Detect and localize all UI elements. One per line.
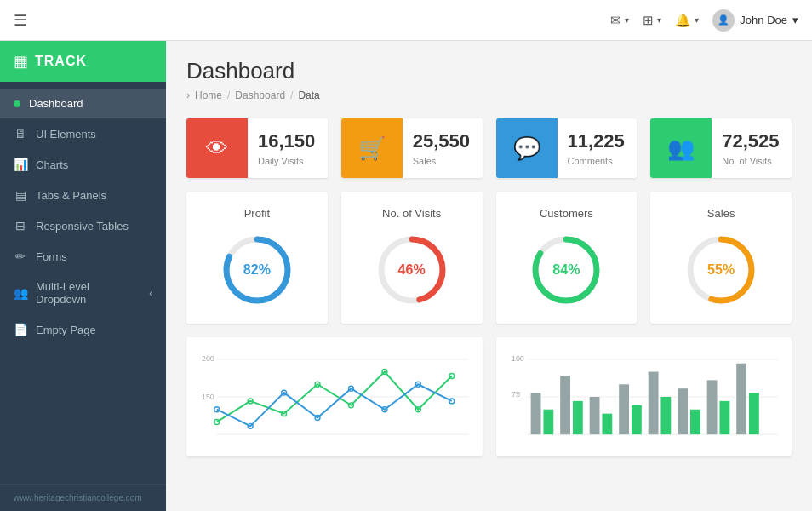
breadcrumb-chevron: › [186,89,190,101]
active-indicator [14,100,20,107]
sidebar-label-tabs: Tabs & Panels [36,189,152,202]
bell-button[interactable]: 🔔 ▾ [675,13,699,28]
top-nav: ☰ ✉ ▾ ⊞ ▾ 🔔 ▾ 👤 John Doe ▾ [0,0,812,41]
sidebar-item-responsive-tables[interactable]: ⊟ Responsive Tables [0,210,166,241]
stat-cards-row: 👁 16,150 Daily Visits 🛒 25,550 Sales 💬 1… [186,118,792,178]
top-nav-right: ✉ ▾ ⊞ ▾ 🔔 ▾ 👤 John Doe ▾ [610,9,798,32]
breadcrumb-data: Data [298,89,319,101]
donut-title-profit: Profit [244,207,270,220]
bell-caret: ▾ [695,15,699,25]
donut-percent-no-of-visits: 46% [398,262,426,278]
svg-text:200: 200 [202,354,214,363]
line-chart-svg: 200 150 [200,351,469,443]
tabs-icon: ▤ [14,188,27,202]
sidebar-label-forms: Forms [36,250,152,263]
sidebar-item-tabs-panels[interactable]: ▤ Tabs & Panels [0,180,166,210]
sidebar-item-ui-elements[interactable]: 🖥 UI Elements [0,118,166,149]
stat-label-comments: Comments [568,156,627,166]
donut-title-sales: Sales [707,207,735,220]
sidebar-label-dashboard: Dashboard [29,97,152,110]
donut-wrapper-no-of-visits: 46% [374,232,450,308]
bar-chart-svg: 100 75 [510,351,779,443]
donut-wrapper-sales: 55% [683,232,759,308]
donut-wrapper-profit: 82% [219,232,295,308]
mail-button[interactable]: ✉ ▾ [610,13,629,28]
user-name: John Doe [740,14,787,26]
sidebar-item-dashboard[interactable]: Dashboard [0,89,166,118]
mail-icon: ✉ [610,13,621,28]
donut-cards-row: Profit 82% No. of Visits 46% Customers [186,192,792,324]
bell-icon: 🔔 [675,13,691,28]
donut-card-customers: Customers 84% [496,192,638,324]
sidebar-item-multi-level-dropdown[interactable]: 👥 Multi-Level Dropdown ‹ [0,272,166,314]
svg-rect-48 [736,364,746,434]
stat-info-daily-visits: 16,150 Daily Visits [248,118,328,178]
stat-icon-no-of-visits: 👥 [650,118,712,178]
sidebar-item-forms[interactable]: ✏ Forms [0,241,166,272]
breadcrumb-home[interactable]: Home [195,89,222,101]
svg-text:150: 150 [202,393,214,401]
svg-rect-41 [631,405,641,434]
stat-card-sales: 🛒 25,550 Sales [341,118,483,178]
svg-rect-46 [706,380,717,434]
svg-rect-43 [660,397,671,434]
monitor-icon: 🖥 [14,127,27,141]
grid-caret: ▾ [657,15,661,25]
donut-wrapper-customers: 84% [528,232,604,308]
stat-label-no-of-visits: No. of Visits [722,156,781,166]
svg-text:75: 75 [511,390,519,399]
dropdown-icon: 👥 [14,286,27,300]
main-layout: ▦ TRACK Dashboard 🖥 UI Elements 📊 Charts… [0,41,812,511]
svg-rect-47 [719,401,729,434]
sidebar-label-dropdown: Multi-Level Dropdown [36,280,140,306]
stat-number-sales: 25,550 [413,130,472,152]
stat-label-daily-visits: Daily Visits [258,156,317,166]
sidebar-label-empty-page: Empty Page [36,324,152,336]
sidebar-label-ui-elements: UI Elements [36,128,152,141]
svg-rect-44 [678,388,688,434]
donut-card-profit: Profit 82% [186,192,328,324]
sidebar-label-charts: Charts [36,158,152,171]
svg-rect-45 [689,410,700,434]
breadcrumb-dashboard[interactable]: Dashboard [235,89,285,101]
user-caret: ▾ [792,14,798,26]
sidebar-label-tables: Responsive Tables [36,220,152,233]
brand-icon: ▦ [14,52,28,71]
donut-title-customers: Customers [540,207,593,220]
svg-rect-36 [560,376,570,434]
avatar: 👤 [712,9,735,32]
content-area: Dashboard › Home / Dashboard / Data 👁 16… [166,41,812,511]
donut-percent-sales: 55% [707,262,735,278]
chart-row: 200 150 [186,337,792,456]
dropdown-arrow: ‹ [149,288,152,298]
stat-icon-sales: 🛒 [341,118,403,178]
svg-rect-34 [530,393,540,434]
stat-card-comments: 💬 11,225 Comments [496,118,638,178]
user-menu[interactable]: 👤 John Doe ▾ [712,9,798,32]
stat-info-comments: 11,225 Comments [558,118,638,178]
breadcrumb-sep1: / [227,89,230,101]
chart-icon: 📊 [14,158,27,171]
sidebar-item-charts[interactable]: 📊 Charts [0,149,166,180]
sidebar-footer: www.heritagechristiancollege.com [0,484,166,511]
sidebar: ▦ TRACK Dashboard 🖥 UI Elements 📊 Charts… [0,41,166,511]
sidebar-brand: ▦ TRACK [0,41,166,82]
bar-chart-card: 100 75 [496,337,792,456]
page-title: Dashboard [186,58,792,84]
svg-rect-38 [589,397,599,434]
grid-button[interactable]: ⊞ ▾ [643,13,661,28]
mail-caret: ▾ [625,15,629,25]
breadcrumb: › Home / Dashboard / Data [186,89,792,101]
grid-icon: ⊞ [643,13,654,28]
stat-icon-daily-visits: 👁 [186,118,248,178]
sidebar-item-empty-page[interactable]: 📄 Empty Page [0,314,166,345]
hamburger-icon[interactable]: ☰ [14,11,27,30]
stat-label-sales: Sales [413,156,472,166]
stat-card-no-of-visits: 👥 72,525 No. of Visits [650,118,792,178]
svg-rect-49 [748,393,758,434]
stat-number-daily-visits: 16,150 [258,130,317,152]
svg-rect-39 [602,414,612,435]
svg-rect-42 [648,372,658,435]
donut-card-no-of-visits: No. of Visits 46% [341,192,483,324]
line-chart-card: 200 150 [186,337,483,456]
